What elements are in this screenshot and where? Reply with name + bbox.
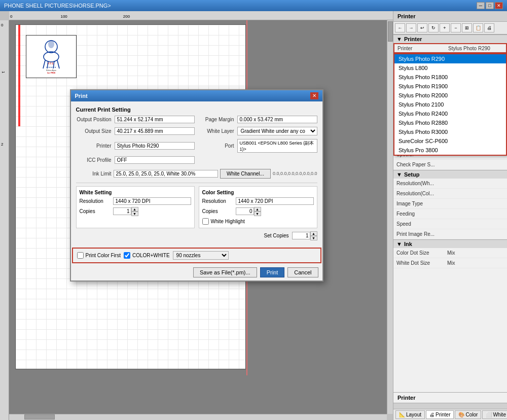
dialog-section-title: Current Print Setting bbox=[76, 107, 317, 113]
ink-section-label: Ink bbox=[404, 241, 412, 247]
white-dot-size-value: Mix bbox=[447, 260, 455, 266]
dropdown-item-r1800[interactable]: Stylus Photo R1800 bbox=[394, 73, 506, 82]
white-highlight-checkbox[interactable] bbox=[202, 218, 209, 225]
dropdown-item-r2880[interactable]: Stylus Photo R2880 bbox=[394, 118, 506, 127]
tool-btn-4[interactable]: ↻ bbox=[428, 23, 439, 32]
dropdown-item-r2400[interactable]: Stylus Photo R2400 bbox=[394, 109, 506, 118]
white-layer-row: White Layer Gradient White under any co bbox=[199, 127, 317, 135]
white-copies-down[interactable]: ▼ bbox=[131, 212, 138, 216]
image-type-label: Image Type bbox=[396, 201, 447, 206]
color-copies-spinner[interactable]: ▲ ▼ bbox=[236, 207, 261, 216]
set-copies-label: Set Copies bbox=[264, 233, 289, 238]
page-margin-value: 0.000 x 53.472 mm bbox=[237, 116, 317, 123]
close-button[interactable]: ✕ bbox=[495, 2, 503, 9]
printer-row: Printer Stylus Photo R290 bbox=[76, 139, 195, 153]
set-copies-up[interactable]: ▲ bbox=[310, 231, 317, 236]
white-icon: ⬜ bbox=[486, 412, 492, 417]
dialog-close-button[interactable]: ✕ bbox=[310, 92, 318, 99]
color-resolution-row: Resolution 1440 x 720 DPI bbox=[202, 197, 314, 205]
dropdown-item-scp600[interactable]: SureColor SC-P600 bbox=[394, 136, 506, 146]
settings-row: White Setting Resolution 1440 x 720 DPI … bbox=[76, 186, 317, 228]
feeding-row: Feeding bbox=[393, 209, 507, 219]
icc-profile-row: ICC Profile OFF bbox=[76, 156, 195, 164]
ink-section-header: ▼ Ink bbox=[393, 239, 507, 248]
tab-color[interactable]: 🎨 Color bbox=[455, 410, 481, 419]
second-printer-title: Printer bbox=[393, 392, 507, 403]
dropdown-item-l800[interactable]: Stylus L800 bbox=[394, 63, 506, 73]
set-copies-down[interactable]: ▼ bbox=[310, 236, 317, 240]
white-highlight-label[interactable]: White Highlight bbox=[202, 218, 314, 225]
color-copies-down[interactable]: ▼ bbox=[254, 212, 261, 216]
dropdown-item-r3000[interactable]: Stylus Photo R3000 bbox=[394, 127, 506, 136]
tool-btn-1[interactable]: ← bbox=[395, 23, 405, 32]
tab-layout[interactable]: 📐 Layout bbox=[395, 410, 425, 419]
white-resolution-label: Resolution bbox=[80, 198, 110, 204]
port-label: Port bbox=[199, 143, 234, 149]
output-size-row: Output Size 40.217 x 45.889 mm bbox=[76, 127, 195, 135]
tab-printer[interactable]: 🖨 Printer bbox=[426, 410, 454, 419]
setup-section-label: Setup bbox=[404, 171, 420, 178]
nozzle-select[interactable]: 90 nozzles180 nozzles360 nozzles bbox=[173, 251, 229, 260]
save-as-file-button[interactable]: Save as File(*.pm)... bbox=[193, 267, 257, 277]
printer-dropdown: Stylus Photo R290 Stylus L800 Stylus Pho… bbox=[393, 53, 507, 156]
canvas-area: 0 100 200 0 1 2 bbox=[0, 11, 393, 420]
output-size-value: 40.217 x 45.889 mm bbox=[115, 127, 195, 135]
color-dot-size-label: Color Dot Size bbox=[396, 250, 447, 256]
set-copies-input[interactable] bbox=[292, 232, 310, 239]
tool-btn-2[interactable]: → bbox=[406, 23, 416, 32]
color-white-checkbox[interactable] bbox=[124, 252, 130, 259]
print-color-first-checkbox[interactable] bbox=[77, 252, 84, 259]
dropdown-item-r1900[interactable]: Stylus Photo R1900 bbox=[394, 82, 506, 91]
white-copies-up[interactable]: ▲ bbox=[131, 207, 138, 212]
bottom-tabs: 📐 Layout 🖨 Printer 🎨 Color ⬜ bbox=[393, 409, 507, 420]
setup-section-content: Resolution(Wh... Resolution(Col... Image… bbox=[393, 179, 507, 239]
printer-section-label: Printer bbox=[404, 36, 422, 42]
dropdown-item-2100[interactable]: Stylus Photo 2100 bbox=[394, 100, 506, 109]
tool-btn-6[interactable]: − bbox=[451, 23, 461, 32]
dropdown-item-r290[interactable]: Stylus Photo R290 bbox=[394, 54, 506, 63]
white-copies-spin-btns: ▲ ▼ bbox=[131, 207, 138, 216]
resolution-col-label: Resolution(Col... bbox=[396, 191, 447, 196]
cancel-button[interactable]: Cancel bbox=[287, 267, 318, 277]
setup-section-header: ▼ Setup bbox=[393, 170, 507, 179]
print-color-first-label[interactable]: Print Color First bbox=[77, 252, 121, 259]
color-copies-input[interactable] bbox=[236, 207, 254, 215]
white-copies-input[interactable] bbox=[113, 207, 131, 215]
tab-white[interactable]: ⬜ White bbox=[482, 410, 507, 419]
white-layer-select[interactable]: Gradient White under any co bbox=[237, 127, 317, 135]
port-row: Port USB001 <EPSON L800 Series (副本 1)> bbox=[199, 139, 317, 153]
print-button[interactable]: Print bbox=[260, 267, 285, 277]
divider1 bbox=[76, 183, 317, 183]
color-setting-title: Color Setting bbox=[202, 190, 314, 195]
set-copies-spinner[interactable]: ▲ ▼ bbox=[292, 231, 317, 240]
color-copies-up[interactable]: ▲ bbox=[254, 207, 261, 212]
maximize-button[interactable]: □ bbox=[486, 2, 494, 9]
set-copies-spin-btns: ▲ ▼ bbox=[310, 231, 317, 240]
printer-property-row[interactable]: Printer Stylus Photo R290 bbox=[393, 43, 507, 53]
dropdown-item-r2000[interactable]: Stylus Photo R2000 bbox=[394, 91, 506, 100]
check-paper-property-row: Check Paper S... bbox=[393, 160, 507, 170]
minimize-button[interactable]: ─ bbox=[477, 2, 485, 9]
tool-btn-3[interactable]: ↩ bbox=[417, 23, 427, 32]
title-bar: PHONE SHELL PICTURES\HORSE.PNG> ─ □ ✕ bbox=[0, 0, 507, 11]
right-panel-scrollbar[interactable] bbox=[393, 403, 507, 409]
page-margin-row: Page Margin 0.000 x 53.472 mm bbox=[199, 116, 317, 123]
image-type-row: Image Type bbox=[393, 199, 507, 209]
white-resolution-value: 1440 x 720 DPI bbox=[113, 197, 191, 205]
white-channel-button[interactable]: White Channel... bbox=[220, 169, 271, 179]
set-copies-row: Set Copies ▲ ▼ bbox=[76, 231, 317, 240]
dropdown-item-pro3800[interactable]: Stylus Pro 3800 bbox=[394, 146, 506, 155]
tab-white-label: White bbox=[493, 412, 506, 417]
print-color-first-section: Print Color First COLOR+WHITE 90 nozzles… bbox=[77, 251, 316, 260]
ink-limit-row: Ink Limit 25.0, 25.0, 25.0, 25.0, White … bbox=[76, 169, 317, 179]
tool-btn-7[interactable]: ⊞ bbox=[462, 23, 472, 32]
output-size-label: Output Size bbox=[76, 128, 112, 134]
panel-toolbar: ← → ↩ ↻ + − ⊞ 📋 🖨 bbox=[393, 22, 507, 34]
color-resolution-value: 1440 x 720 DPI bbox=[236, 197, 314, 205]
dialog-body: Current Print Setting Output Position 51… bbox=[71, 101, 322, 248]
tool-btn-9[interactable]: 🖨 bbox=[484, 23, 494, 32]
color-white-label[interactable]: COLOR+WHITE bbox=[124, 252, 170, 259]
white-copies-spinner[interactable]: ▲ ▼ bbox=[113, 207, 138, 216]
tool-btn-5[interactable]: + bbox=[440, 23, 450, 32]
tool-btn-8[interactable]: 📋 bbox=[473, 23, 483, 32]
